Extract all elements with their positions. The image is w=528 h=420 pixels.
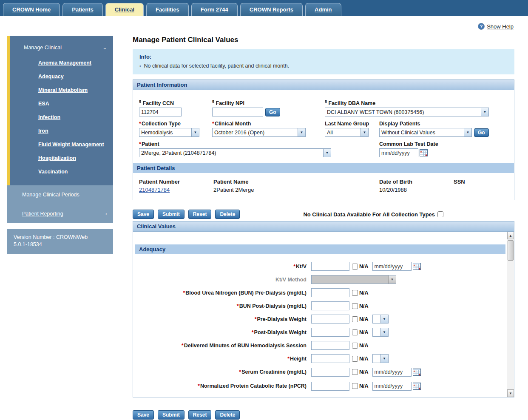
collection-type-label: *Collection Type [139, 121, 212, 127]
facility-dba-select[interactable]: DCI ALBANY WEST TOWN (600375456) ▼ [325, 108, 489, 116]
dob-value: 10/20/1988 [379, 187, 454, 193]
sidebar: Manage Clinical ⌄ Anemia Management Adeq… [7, 36, 113, 420]
submit-button[interactable]: Submit [158, 210, 185, 219]
npcr-input[interactable] [311, 382, 349, 391]
post-weight-na-checkbox[interactable] [352, 329, 358, 335]
sidebar-section-manage-clinical[interactable]: Manage Clinical ⌄ [10, 40, 113, 56]
ktv-date-input[interactable] [372, 262, 412, 271]
sidebar-item-mineral-metabolism[interactable]: Mineral Metabolism [10, 83, 113, 97]
serum-creatinine-input[interactable] [311, 368, 349, 377]
show-help-link[interactable]: Show Help [487, 23, 514, 30]
calendar-icon[interactable] [413, 263, 421, 270]
npcr-na-checkbox[interactable] [352, 383, 358, 389]
facility-npi-label: 5 Facility NPI [212, 99, 325, 106]
display-patients-go-button[interactable]: Go [474, 128, 489, 137]
manage-clinical-label: Manage Clinical [24, 45, 62, 51]
height-na-checkbox[interactable] [352, 356, 358, 362]
ktv-na-checkbox[interactable] [352, 264, 358, 270]
patient-name-label: Patient Name [213, 179, 379, 185]
tab-crown-reports[interactable]: CROWN Reports [240, 3, 303, 16]
save-button-bottom[interactable]: Save [133, 410, 154, 420]
tab-form-2744[interactable]: Form 2744 [191, 3, 238, 16]
facility-npi-go-button[interactable]: Go [265, 108, 280, 116]
version-line2: 5.0.1-18534 [14, 241, 106, 248]
patient-information-panel: 5 Facility CCN 5 Facility NPI Go 5 Facil… [133, 90, 514, 200]
patient-select[interactable]: 2Merge, 2Patient (2104871784) ▼ [139, 148, 331, 157]
tab-crown-home[interactable]: CROWN Home [3, 3, 60, 16]
serum-creatinine-label: *Serum Creatinine (mg/dL) [133, 369, 307, 375]
scroll-down-button[interactable]: ▼ [507, 389, 514, 397]
scrollbar-thumb[interactable] [508, 240, 514, 261]
tab-patients[interactable]: Patients [62, 3, 103, 16]
sidebar-item-manage-clinical-periods[interactable]: Manage Clinical Periods [7, 185, 113, 204]
tab-facilities[interactable]: Facilities [146, 3, 189, 16]
delivered-minutes-input[interactable] [311, 341, 349, 350]
calendar-icon[interactable] [413, 369, 421, 376]
post-weight-input[interactable] [311, 328, 349, 337]
common-lab-test-date-input[interactable] [379, 148, 418, 157]
calendar-icon[interactable] [420, 149, 428, 156]
serum-creatinine-row: *Serum Creatinine (mg/dL) N/A [133, 365, 507, 379]
no-clinical-data-checkbox[interactable] [437, 211, 443, 217]
patient-number-link[interactable]: 2104871784 [139, 187, 170, 193]
post-weight-label: *Post-Dialysis Weight [133, 329, 307, 335]
clinical-month-value: October 2016 (Open) [213, 130, 298, 136]
sidebar-item-hospitalization[interactable]: Hospitalization [10, 151, 113, 165]
delete-button-bottom[interactable]: Delete [215, 410, 240, 420]
sidebar-item-infection[interactable]: Infection [10, 111, 113, 124]
sidebar-item-adequacy[interactable]: Adequacy [10, 70, 113, 83]
post-weight-unit-select[interactable]: ▼ [372, 328, 389, 337]
sidebar-item-patient-reporting[interactable]: Patient Reporting ‹ [7, 204, 113, 223]
sidebar-item-esa[interactable]: ESA [10, 97, 113, 111]
facility-dba-value: DCI ALBANY WEST TOWN (600375456) [325, 109, 481, 115]
bun-pre-input[interactable] [311, 288, 349, 297]
common-lab-test-date-label: Common Lab Test Date [379, 141, 438, 147]
height-unit-select[interactable]: ▼ [372, 354, 389, 363]
scroll-up-button[interactable]: ▲ [507, 232, 514, 239]
bun-post-na-checkbox[interactable] [352, 303, 358, 309]
sidebar-item-fluid-weight-management[interactable]: Fluid Weight Management [10, 138, 113, 151]
reset-button-bottom[interactable]: Reset [188, 410, 212, 420]
npcr-date-input[interactable] [372, 382, 412, 391]
bun-post-row: *BUN Post-Dialysis (mg/dL) N/A [133, 299, 507, 312]
sidebar-item-vaccination[interactable]: Vaccination [10, 165, 113, 179]
no-clinical-data-label: No Clinical Data Available For All Colle… [303, 211, 435, 218]
height-input[interactable] [311, 354, 349, 363]
serum-creatinine-na-checkbox[interactable] [352, 369, 358, 375]
npcr-row: *Normalized Protein Catabolic Rate (nPCR… [133, 379, 507, 393]
calendar-icon[interactable] [413, 383, 421, 390]
sidebar-item-iron[interactable]: Iron [10, 124, 113, 138]
delivered-minutes-na-checkbox[interactable] [352, 343, 358, 349]
bun-pre-na-checkbox[interactable] [352, 290, 358, 296]
bun-post-input[interactable] [311, 301, 349, 310]
facility-dba-label: 5 Facility DBA Name [325, 99, 489, 106]
display-patients-value: Without Clinical Values [380, 130, 464, 136]
scrollbar-track[interactable] [507, 239, 514, 389]
facility-ccn-input[interactable] [139, 108, 182, 116]
submit-button-bottom[interactable]: Submit [158, 410, 185, 420]
ktv-input[interactable] [311, 262, 349, 271]
last-name-group-select[interactable]: All ▼ [325, 128, 369, 137]
help-icon[interactable]: ? [478, 23, 485, 30]
facility-npi-input[interactable] [212, 108, 263, 116]
delete-button[interactable]: Delete [215, 210, 240, 219]
pre-weight-unit-select[interactable]: ▼ [372, 315, 389, 324]
ktv-row: *Kt/V N/A [133, 260, 507, 273]
na-label: N/A [359, 303, 369, 309]
reset-button[interactable]: Reset [188, 210, 212, 219]
scrollbar[interactable]: ▲ ▼ [507, 232, 514, 397]
pre-weight-input[interactable] [311, 315, 349, 324]
sidebar-item-anemia-management[interactable]: Anemia Management [10, 56, 113, 70]
clinical-values-header: Clinical Values [133, 221, 514, 232]
npcr-label: *Normalized Protein Catabolic Rate (nPCR… [133, 383, 307, 389]
dropdown-arrow-icon: ▼ [298, 128, 305, 136]
save-button[interactable]: Save [133, 210, 154, 219]
collection-type-select[interactable]: Hemodialysis ▼ [139, 128, 199, 137]
serum-creatinine-date-input[interactable] [372, 368, 412, 377]
display-patients-select[interactable]: Without Clinical Values ▼ [379, 128, 472, 137]
pre-weight-na-checkbox[interactable] [352, 316, 358, 322]
clinical-month-select[interactable]: October 2016 (Open) ▼ [212, 128, 306, 137]
pre-weight-label: *Pre-Dialysis Weight [133, 316, 307, 322]
tab-admin[interactable]: Admin [305, 3, 341, 16]
tab-clinical[interactable]: Clinical [105, 3, 144, 16]
